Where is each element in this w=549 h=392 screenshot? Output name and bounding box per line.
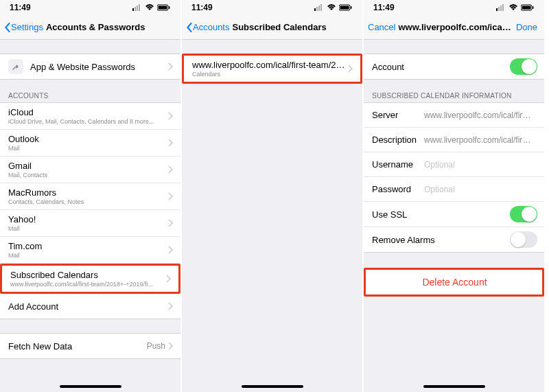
svg-rect-7: [314, 8, 316, 11]
svg-rect-6: [169, 6, 170, 9]
status-bar: 11:49: [0, 0, 180, 15]
server-row[interactable]: Server www.liverpoolfc.com/ical/first-te…: [364, 103, 544, 128]
field-placeholder: Optional: [424, 185, 535, 194]
signal-icon: [132, 4, 142, 11]
svg-rect-16: [500, 5, 502, 11]
chevron-right-icon: [348, 65, 353, 73]
battery-icon: [521, 4, 535, 11]
clock: 11:49: [10, 3, 31, 12]
svg-rect-17: [502, 4, 504, 11]
nav-bar: Accounts Subscribed Calendars: [182, 15, 362, 40]
cancel-button[interactable]: Cancel: [368, 22, 395, 32]
row-title: Fetch New Data: [8, 341, 147, 351]
remove-alarms-row: Remove Alarms: [364, 227, 544, 252]
row-subtitle: Mail, Contacts: [8, 172, 168, 178]
row-title: MacRumors: [8, 187, 168, 198]
chevron-right-icon: [168, 246, 174, 254]
svg-rect-9: [318, 5, 320, 11]
description-row[interactable]: Description www.liverpoolfc.com/ical/fir…: [364, 128, 544, 152]
battery-icon: [339, 4, 353, 11]
field-label: Password: [372, 184, 424, 194]
row-title: Yahoo!: [8, 214, 168, 224]
back-button[interactable]: Accounts: [186, 22, 229, 32]
row-subtitle: iCloud Drive, Mail, Contacts, Calendars …: [8, 118, 168, 125]
field-value: www.liverpoolfc.com/ical/first-team/...: [424, 111, 535, 120]
svg-rect-15: [498, 7, 500, 11]
calendar-row[interactable]: www.liverpoolfc.com/ical/first-team/201.…: [184, 56, 360, 82]
remove-alarms-toggle[interactable]: [510, 231, 537, 248]
username-row[interactable]: Username Optional: [364, 152, 544, 177]
home-indicator[interactable]: [60, 385, 121, 388]
signal-icon: [496, 4, 506, 11]
row-title: Gmail: [8, 161, 168, 171]
chevron-right-icon: [168, 139, 174, 147]
password-row[interactable]: Password Optional: [364, 177, 544, 202]
nav-title: Accounts & Passwords: [45, 22, 176, 32]
svg-rect-2: [137, 5, 138, 11]
field-placeholder: Optional: [424, 160, 535, 170]
svg-rect-8: [316, 7, 318, 11]
wifi-icon: [327, 4, 336, 11]
svg-rect-5: [159, 6, 167, 10]
row-subtitle: Calendars: [192, 71, 348, 78]
account-row-yahoo[interactable]: Yahoo! Mail: [0, 210, 180, 237]
wifi-icon: [145, 4, 154, 11]
cancel-label: Cancel: [368, 22, 395, 32]
field-label: Description: [372, 135, 424, 145]
back-label: Accounts: [193, 22, 229, 32]
account-row-macrumors[interactable]: MacRumors Contacts, Calendars, Notes: [0, 183, 180, 210]
row-subtitle: www.liverpoolfc.com/ical/first-team/2018…: [10, 281, 166, 288]
row-title: Remove Alarms: [372, 235, 510, 245]
info-header: SUBSCRIBED CALENDAR INFORMATION: [364, 80, 544, 102]
svg-rect-13: [351, 6, 352, 9]
account-row-subscribed-calendars[interactable]: Subscribed Calendars www.liverpoolfc.com…: [0, 264, 180, 294]
status-bar: 11:49: [364, 0, 544, 15]
status-bar: 11:49: [182, 0, 362, 15]
account-row-gmail[interactable]: Gmail Mail, Contacts: [0, 157, 180, 183]
row-subtitle: Contacts, Calendars, Notes: [8, 198, 168, 205]
home-indicator[interactable]: [423, 385, 485, 388]
fetch-new-data-row[interactable]: Fetch New Data Push: [0, 334, 180, 358]
done-button[interactable]: Done: [513, 22, 540, 32]
clock: 11:49: [373, 3, 395, 12]
use-ssl-toggle[interactable]: [510, 206, 537, 222]
field-label: Server: [372, 110, 424, 120]
svg-rect-1: [135, 7, 136, 11]
account-row-icloud[interactable]: iCloud iCloud Drive, Mail, Contacts, Cal…: [0, 103, 180, 130]
svg-rect-10: [320, 4, 322, 11]
chevron-right-icon: [168, 192, 174, 200]
row-title: Account: [372, 62, 510, 72]
row-title: www.liverpoolfc.com/ical/first-team/201.…: [192, 60, 348, 70]
svg-rect-14: [496, 8, 498, 11]
panel-subscribed-calendars: 11:49 Accounts Subscribed Calendars www.…: [182, 0, 364, 392]
delete-label: Delete Account: [422, 277, 487, 288]
field-label: Username: [372, 159, 424, 170]
account-row-timcom[interactable]: Tim.com Mail: [0, 237, 180, 264]
svg-rect-20: [533, 6, 534, 9]
back-label: Settings: [11, 22, 43, 32]
panel-accounts-passwords: 11:49 Settings Accounts & Passwords App …: [0, 0, 182, 392]
chevron-right-icon: [168, 165, 174, 174]
add-account-row[interactable]: Add Account: [0, 294, 180, 319]
account-row-outlook[interactable]: Outlook Mail: [0, 130, 180, 157]
done-label: Done: [516, 22, 537, 32]
battery-icon: [157, 4, 171, 11]
account-toggle[interactable]: [510, 58, 537, 75]
row-title: iCloud: [8, 107, 168, 117]
delete-account-button[interactable]: Delete Account: [366, 270, 542, 295]
chevron-right-icon: [168, 112, 174, 120]
home-indicator[interactable]: [242, 385, 303, 388]
svg-rect-3: [139, 4, 140, 11]
status-icons: [314, 4, 353, 11]
signal-icon: [314, 4, 324, 11]
app-website-passwords-row[interactable]: App & Website Passwords: [0, 54, 180, 79]
nav-bar: Cancel www.liverpoolfc.com/ical/fi... Do…: [364, 15, 544, 40]
clock: 11:49: [191, 3, 213, 12]
row-title: Subscribed Calendars: [10, 270, 166, 280]
svg-rect-12: [340, 6, 349, 10]
nav-title: www.liverpoolfc.com/ical/fi...: [397, 22, 511, 32]
chevron-left-icon: [186, 23, 193, 32]
chevron-right-icon: [168, 219, 174, 227]
status-icons: [132, 4, 171, 11]
back-button[interactable]: Settings: [4, 22, 43, 32]
